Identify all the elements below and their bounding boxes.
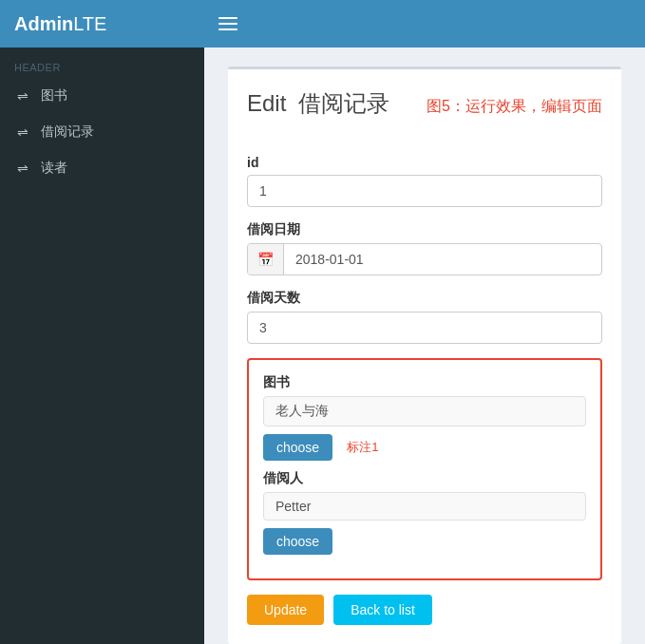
date-input-wrapper: 📅 — [247, 243, 602, 275]
logo-lte-text: LTE — [73, 13, 106, 35]
sidebar: AdminLTE HEADER ⇌ 图书 ⇌ 借阅记录 ⇌ 读者 — [0, 0, 204, 644]
sidebar-item-books[interactable]: ⇌ 图书 — [0, 78, 204, 114]
date-label: 借阅日期 — [247, 221, 602, 238]
book-sub-section: 图书 老人与海 choose 标注1 — [263, 374, 586, 461]
date-input[interactable] — [284, 246, 601, 273]
book-choose-button[interactable]: choose — [263, 434, 332, 461]
red-border-section: 图书 老人与海 choose 标注1 借阅人 Petter choose — [247, 358, 602, 580]
back-to-list-button[interactable]: Back to list — [333, 595, 432, 625]
reader-icon: ⇌ — [14, 161, 31, 176]
form-group-date: 借阅日期 📅 — [247, 221, 602, 275]
books-icon: ⇌ — [14, 88, 31, 104]
book-value-display: 老人与海 — [263, 396, 586, 426]
borrower-value-display: Petter — [263, 492, 586, 521]
id-label: id — [247, 155, 602, 170]
sidebar-item-books-label: 图书 — [41, 87, 67, 104]
id-input[interactable] — [247, 175, 602, 207]
borrower-choose-row: choose — [263, 528, 586, 555]
borrower-choose-button[interactable]: choose — [263, 528, 332, 555]
sidebar-item-reader-label: 读者 — [41, 160, 67, 177]
update-button[interactable]: Update — [247, 595, 324, 625]
book-annotation-note: 标注1 — [347, 439, 378, 456]
page-content: Edit 借阅记录 图5：运行效果，编辑页面 id 借阅日期 📅 借 — [204, 47, 645, 644]
borrow-icon: ⇌ — [14, 124, 31, 140]
borrower-section-label: 借阅人 — [263, 470, 586, 487]
content-box: Edit 借阅记录 图5：运行效果，编辑页面 id 借阅日期 📅 借 — [228, 66, 621, 644]
days-label: 借阅天数 — [247, 290, 602, 307]
form-group-days: 借阅天数 — [247, 290, 602, 344]
hamburger-button[interactable] — [218, 17, 237, 30]
sidebar-header-label: HEADER — [0, 52, 204, 78]
action-buttons: Update Back to list — [247, 595, 602, 625]
sidebar-item-borrow-label: 借阅记录 — [41, 123, 94, 141]
sidebar-item-borrow[interactable]: ⇌ 借阅记录 — [0, 114, 204, 150]
sidebar-logo: AdminLTE — [0, 0, 204, 47]
calendar-icon: 📅 — [248, 244, 284, 275]
borrower-sub-section: 借阅人 Petter choose — [263, 470, 586, 555]
book-choose-row: choose 标注1 — [263, 434, 586, 461]
page-title: Edit 借阅记录 — [247, 88, 389, 119]
top-navbar — [204, 0, 645, 47]
hamburger-line-2 — [218, 23, 237, 25]
hamburger-line-1 — [218, 17, 237, 19]
form-group-id: id — [247, 155, 602, 207]
days-input[interactable] — [247, 312, 602, 344]
sidebar-item-reader[interactable]: ⇌ 读者 — [0, 150, 204, 186]
logo-admin-text: Admin — [14, 13, 73, 35]
main-content: Edit 借阅记录 图5：运行效果，编辑页面 id 借阅日期 📅 借 — [204, 0, 645, 644]
page-title-prefix: Edit — [247, 90, 286, 116]
page-annotation: 图5：运行效果，编辑页面 — [427, 97, 602, 117]
book-section-label: 图书 — [263, 374, 586, 391]
page-title-suffix: 借阅记录 — [298, 90, 389, 116]
hamburger-line-3 — [218, 28, 237, 30]
